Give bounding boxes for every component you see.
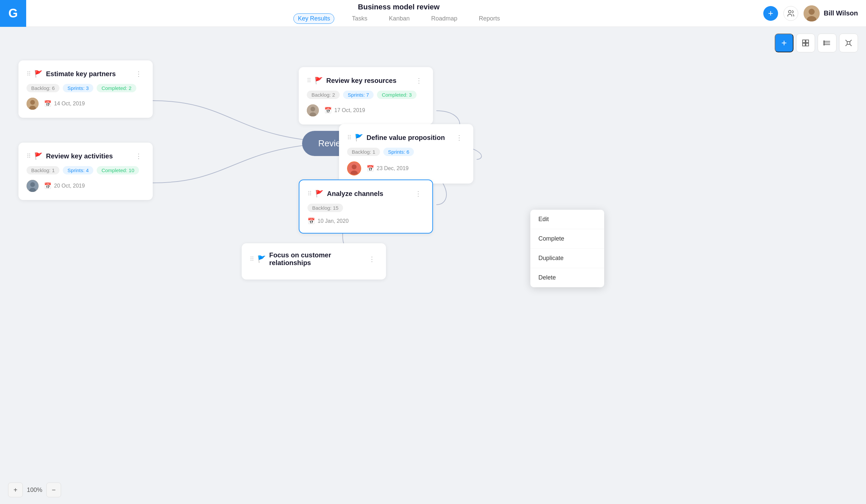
- canvas-toolbar: +: [775, 34, 858, 52]
- badge-backlog: Backlog: 15: [308, 204, 343, 212]
- drag-handle[interactable]: ⠿: [347, 134, 352, 141]
- badge-sprints: Sprints: 4: [63, 166, 93, 175]
- page-title: Business model review: [358, 3, 440, 11]
- date-label: 23 Dec, 2019: [377, 166, 409, 171]
- card-header: ⠿ 🚩 Focus on customer relationships ⋮: [250, 251, 378, 267]
- menu-item-complete[interactable]: Complete: [530, 229, 604, 249]
- badge-sprints: Sprints: 3: [63, 84, 93, 92]
- logo[interactable]: G: [0, 0, 26, 27]
- card-title-area: ⠿ 🚩 Review key resources: [307, 77, 397, 85]
- canvas: +: [0, 27, 866, 504]
- avatar: [803, 5, 820, 22]
- more-button[interactable]: ⋮: [413, 75, 425, 86]
- calendar-icon: 📅: [44, 100, 51, 108]
- badge-completed: Completed: 2: [97, 84, 136, 92]
- card-header: ⠿ 🚩 Estimate key partners ⋮: [26, 68, 145, 79]
- grid-view-button[interactable]: [796, 34, 815, 52]
- svg-rect-14: [847, 42, 850, 44]
- svg-point-19: [30, 182, 35, 187]
- bottom-bar: + 100% −: [8, 482, 61, 497]
- calendar-icon: 📅: [44, 182, 51, 190]
- drag-handle[interactable]: ⠿: [26, 152, 31, 160]
- collapse-button[interactable]: [839, 34, 858, 52]
- svg-rect-6: [802, 43, 805, 46]
- tab-kanban[interactable]: Kanban: [385, 14, 413, 23]
- avatar: [347, 161, 361, 176]
- svg-point-2: [809, 9, 815, 15]
- svg-rect-7: [806, 43, 809, 46]
- zoom-level: 100%: [27, 486, 42, 494]
- card-review-key-resources: ⠿ 🚩 Review key resources ⋮ Backlog: 2 Sp…: [299, 67, 433, 124]
- more-button[interactable]: ⋮: [453, 132, 465, 143]
- zoom-in-button[interactable]: +: [8, 482, 23, 497]
- card-footer: 📅 14 Oct, 2019: [26, 98, 145, 110]
- date-area: 📅 14 Oct, 2019: [44, 100, 85, 108]
- card-title: Analyze channels: [327, 190, 383, 198]
- svg-point-0: [788, 10, 791, 13]
- badge-backlog: Backlog: 6: [26, 84, 59, 92]
- card-footer: 📅 17 Oct, 2019: [307, 104, 425, 116]
- header-center: Business model review Key Results Tasks …: [34, 3, 763, 24]
- badge-sprints: Sprints: 6: [383, 148, 414, 156]
- tab-tasks[interactable]: Tasks: [348, 14, 371, 23]
- context-menu: Edit Complete Duplicate Delete: [530, 210, 604, 287]
- tab-key-results[interactable]: Key Results: [293, 13, 334, 24]
- flag-icon: 🚩: [34, 70, 43, 78]
- users-icon-button[interactable]: [784, 6, 798, 21]
- drag-handle[interactable]: ⠿: [307, 77, 311, 84]
- canvas-add-button[interactable]: +: [775, 34, 793, 52]
- card-title: Focus on customer relationships: [269, 251, 366, 267]
- flag-icon: 🚩: [314, 77, 323, 85]
- tab-reports[interactable]: Reports: [475, 14, 504, 23]
- menu-item-duplicate[interactable]: Duplicate: [530, 249, 604, 268]
- badge-completed: Completed: 3: [377, 91, 416, 99]
- card-title: Estimate key partners: [46, 70, 116, 78]
- card-footer: 📅 10 Jan, 2020: [308, 217, 424, 225]
- calendar-icon: 📅: [308, 217, 315, 225]
- svg-point-22: [310, 107, 315, 111]
- date-label: 10 Jan, 2020: [318, 218, 349, 224]
- drag-handle[interactable]: ⠿: [308, 190, 312, 197]
- logo-icon: G: [8, 7, 18, 21]
- drag-handle[interactable]: ⠿: [250, 255, 254, 263]
- flag-icon: 🚩: [34, 152, 43, 160]
- card-header: ⠿ 🚩 Analyze channels ⋮: [308, 188, 424, 199]
- card-header: ⠿ 🚩 Review key resources ⋮: [307, 75, 425, 86]
- card-title-area: ⠿ 🚩 Focus on customer relationships: [250, 251, 366, 267]
- more-button[interactable]: ⋮: [366, 254, 378, 265]
- badge-sprints: Sprints: 7: [343, 91, 374, 99]
- card-analyze-channels: ⠿ 🚩 Analyze channels ⋮ Backlog: 15 📅 10 …: [299, 180, 433, 234]
- badge-backlog: Backlog: 1: [347, 148, 380, 156]
- header: G Business model review Key Results Task…: [0, 0, 866, 27]
- card-header: ⠿ 🚩 Define value proposition ⋮: [347, 132, 465, 143]
- zoom-out-button[interactable]: −: [46, 482, 61, 497]
- drag-handle[interactable]: ⠿: [26, 70, 31, 78]
- card-focus-on-customer-relationships: ⠿ 🚩 Focus on customer relationships ⋮: [242, 243, 386, 280]
- svg-point-11: [824, 41, 825, 42]
- card-title-area: ⠿ 🚩 Analyze channels: [308, 190, 383, 198]
- flag-icon: 🚩: [315, 190, 324, 198]
- menu-item-delete[interactable]: Delete: [530, 268, 604, 287]
- badge-completed: Completed: 10: [97, 166, 139, 175]
- date-area: 📅 10 Jan, 2020: [308, 217, 349, 225]
- badges: Backlog: 6 Sprints: 3 Completed: 2: [26, 84, 145, 92]
- date-area: 📅 17 Oct, 2019: [324, 107, 365, 114]
- more-button[interactable]: ⋮: [133, 68, 145, 79]
- add-button[interactable]: +: [763, 6, 778, 21]
- svg-point-12: [824, 43, 825, 44]
- menu-item-edit[interactable]: Edit: [530, 210, 604, 229]
- list-view-button[interactable]: [818, 34, 836, 52]
- card-review-key-activities: ⠿ 🚩 Review key activities ⋮ Backlog: 1 S…: [19, 143, 153, 200]
- card-title: Review key resources: [326, 77, 397, 85]
- badges: Backlog: 2 Sprints: 7 Completed: 3: [307, 91, 425, 99]
- tab-roadmap[interactable]: Roadmap: [427, 14, 462, 23]
- badge-backlog: Backlog: 1: [26, 166, 59, 175]
- card-header: ⠿ 🚩 Review key activities ⋮: [26, 151, 145, 161]
- nav-tabs: Key Results Tasks Kanban Roadmap Reports: [293, 13, 504, 24]
- more-button[interactable]: ⋮: [133, 151, 145, 161]
- card-footer: 📅 23 Dec, 2019: [347, 161, 465, 176]
- user-area: Bill Wilson: [803, 5, 858, 22]
- more-button[interactable]: ⋮: [412, 188, 424, 199]
- date-label: 14 Oct, 2019: [54, 101, 85, 107]
- svg-rect-5: [806, 40, 809, 43]
